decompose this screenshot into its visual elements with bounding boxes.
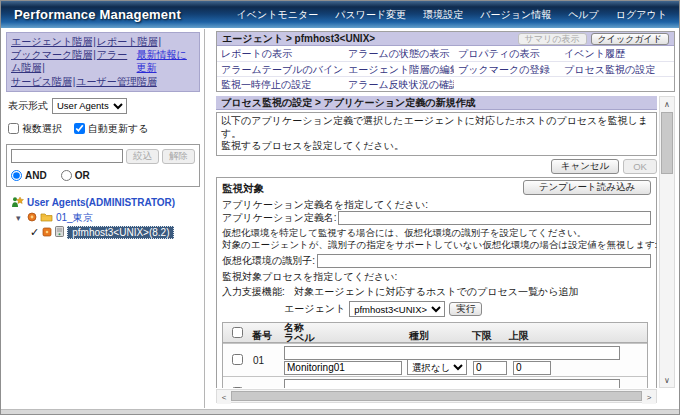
status-badge-icon <box>27 212 37 224</box>
process-panel-header: プロセス監視の設定 > アプリケーション定義の新規作成 <box>216 96 657 110</box>
process-name-input[interactable] <box>284 346 620 360</box>
app-definition-instruction: アプリケーション定義名を指定してください: <box>222 199 651 210</box>
agent-tree: User Agents(ADMINISTRATOR) ▾ 01_東京 ✓ pfm… <box>6 196 200 240</box>
agent-panel: エージェント > pfmhost3<UNIX> サマリの表示 クイックガイド レ… <box>216 31 675 92</box>
agent-link-properties[interactable]: プロパティの表示 <box>458 48 539 59</box>
vertical-scrollbar[interactable]: ∧ ∨ <box>659 96 675 388</box>
type-select[interactable]: 選択なし <box>407 359 467 375</box>
description-line1: 以下のアプリケーション定義で選択したエージェントに対応したホストのプロセスを監視… <box>221 115 652 140</box>
scroll-down-icon[interactable]: ∨ <box>660 373 674 387</box>
scroll-up-icon[interactable]: ∧ <box>660 97 674 111</box>
process-table-header: 番号 名称 ラベル 種別 下限 上限 <box>223 323 647 343</box>
or-label: OR <box>75 170 90 181</box>
scroll-left-icon[interactable]: < <box>217 390 231 404</box>
agent-panel-header: エージェント > pfmhost3<UNIX> サマリの表示 クイックガイド <box>217 32 674 46</box>
sidebar-link-user-admin-hierarchy[interactable]: ユーザー管理階層 <box>76 76 156 87</box>
sidebar-link-report-hierarchy[interactable]: レポート階層 <box>97 36 158 47</box>
multi-select-label: 複数選択 <box>22 123 62 134</box>
nav-help[interactable]: ヘルプ <box>568 8 599 22</box>
process-panel-scroll-area: プロセス監視の設定 > アプリケーション定義の新規作成 以下のアプリケーション定… <box>216 96 657 388</box>
nav-password-change[interactable]: パスワード変更 <box>335 8 406 22</box>
agent-link-alarm-table-bind[interactable]: アラームテーブルのバインド設定 <box>221 64 344 75</box>
user-agents-icon <box>11 196 24 210</box>
agent-select[interactable]: pfmhost3<UNIX> <box>349 301 445 317</box>
load-template-button[interactable]: テンプレート読み込み <box>523 180 651 195</box>
check-icon: ✓ <box>30 226 39 239</box>
empty-cell <box>454 76 560 91</box>
link-separator: | <box>158 36 161 47</box>
upper-limit-input[interactable] <box>513 361 551 375</box>
horizontal-scrollbar-thumb[interactable] <box>231 391 642 401</box>
ok-button[interactable]: OK <box>623 159 657 174</box>
input-support-label: 入力支援機能: <box>222 285 294 299</box>
nav-environment-settings[interactable]: 環境設定 <box>423 8 463 22</box>
and-radio[interactable] <box>11 170 22 181</box>
column-header-upper: 上限 <box>509 331 529 341</box>
virtual-env-note2: 対象のエージェントが、識別子の指定をサポートしていない仮想化環境の場合は設定値を… <box>222 240 651 251</box>
vertical-scrollbar-thumb[interactable] <box>661 112 673 174</box>
tree-agent-label-selected[interactable]: pfmhost3<UNIX>(8.2) <box>67 226 174 239</box>
collapse-icon[interactable]: ▾ <box>16 213 24 223</box>
display-format-label: 表示形式 <box>8 99 48 113</box>
nav-version-info[interactable]: バージョン情報 <box>480 8 551 22</box>
virtual-env-note1: 仮想化環境を特定して監視する場合には、仮想化環境の識別子を設定してください。 <box>222 228 651 239</box>
multi-select-checkbox[interactable] <box>8 123 19 134</box>
input-support-text: 対象エージェントに対応するホストでのプロセス一覧から追加 <box>294 285 578 299</box>
or-option[interactable]: OR <box>61 170 90 181</box>
tree-root-label[interactable]: User Agents(ADMINISTRATOR) <box>27 197 175 208</box>
agent-menu-links: レポートの表示 アラームの状態の表示 プロパティの表示 イベント履歴 アラームテ… <box>217 46 674 91</box>
column-header-lower: 下限 <box>472 331 492 341</box>
display-format-select[interactable]: User Agents <box>52 98 127 114</box>
sidebar-link-service-hierarchy[interactable]: サービス階層 <box>11 76 72 87</box>
quick-guide-button[interactable]: クイックガイド <box>591 33 669 45</box>
filter-apply-button[interactable]: 絞込 <box>126 149 159 164</box>
sidebar-link-bookmark-hierarchy[interactable]: ブックマーク階層 <box>11 49 92 60</box>
tree-folder-label[interactable]: 01_東京 <box>56 211 93 225</box>
nav-logout[interactable]: ログアウト <box>616 8 667 22</box>
auto-update-label: 自動更新する <box>88 123 148 134</box>
app-header: Performance Management イベントモニター パスワード変更 … <box>1 1 679 28</box>
agent-link-event-history[interactable]: イベント履歴 <box>564 48 625 59</box>
agent-link-report-display[interactable]: レポートの表示 <box>221 48 292 59</box>
and-option[interactable]: AND <box>11 170 47 181</box>
row-select-checkbox[interactable] <box>232 387 243 389</box>
row-select-checkbox[interactable] <box>232 354 243 365</box>
top-nav: イベントモニター パスワード変更 環境設定 バージョン情報 ヘルプ ログアウト <box>237 8 667 22</box>
tree-node-folder[interactable]: ▾ 01_東京 <box>16 211 200 225</box>
filter-clear-button[interactable]: 解除 <box>162 149 195 164</box>
hierarchy-links-line2: ブックマーク階層|アラーム階層| 最新情報に更新 <box>11 48 195 74</box>
horizontal-scrollbar[interactable]: < > <box>216 389 657 403</box>
link-separator: | <box>93 36 96 47</box>
app-definition-name-input[interactable] <box>338 211 651 225</box>
scroll-right-icon[interactable]: > <box>642 390 656 404</box>
execute-button[interactable]: 実行 <box>449 302 482 316</box>
agent-link-register-bookmark[interactable]: ブックマークの登録 <box>458 64 549 75</box>
agent-link-alarm-application-status[interactable]: アラーム反映状況の確認 <box>348 79 454 90</box>
cancel-button[interactable]: キャンセル <box>551 159 619 174</box>
virtual-env-identifier-input[interactable] <box>317 254 651 268</box>
refresh-link[interactable]: 最新情報に更新 <box>137 48 195 74</box>
nav-event-monitor[interactable]: イベントモニター <box>237 8 319 22</box>
select-all-checkbox[interactable] <box>232 327 243 338</box>
summary-display-button[interactable]: サマリの表示 <box>518 33 587 45</box>
filter-input[interactable] <box>11 149 123 163</box>
sidebar: エージェント階層|レポート階層| ブックマーク階層|アラーム階層| 最新情報に更… <box>2 29 205 408</box>
sidebar-link-agent-hierarchy[interactable]: エージェント階層 <box>11 36 92 47</box>
or-radio[interactable] <box>61 170 72 181</box>
agent-link-process-monitoring-settings[interactable]: プロセス監視の設定 <box>564 64 655 75</box>
app-title: Performance Management <box>14 7 181 22</box>
filter-box: 絞込 解除 AND OR <box>6 144 200 187</box>
agent-link-alarm-status[interactable]: アラームの状態の表示 <box>348 48 449 59</box>
hierarchy-links-box: エージェント階層|レポート階層| ブックマーク階層|アラーム階層| 最新情報に更… <box>6 32 200 92</box>
auto-update-checkbox[interactable] <box>74 123 85 134</box>
lower-limit-input[interactable] <box>473 361 507 375</box>
tree-node-root[interactable]: User Agents(ADMINISTRATOR) <box>11 196 200 210</box>
tree-node-agent[interactable]: ✓ pfmhost3<UNIX>(8.2) <box>30 226 200 240</box>
multi-select-option[interactable]: 複数選択 <box>8 122 62 136</box>
auto-update-option[interactable]: 自動更新する <box>74 122 148 136</box>
process-name-input[interactable] <box>284 379 620 389</box>
monitoring-label-input[interactable] <box>284 361 402 375</box>
agent-link-monitoring-suspension[interactable]: 監視一時停止の設定 <box>221 79 311 90</box>
agent-link-edit-agent-hierarchy[interactable]: エージェント階層の編集 <box>348 64 454 75</box>
hierarchy-links-line1: エージェント階層|レポート階層| <box>11 35 195 48</box>
